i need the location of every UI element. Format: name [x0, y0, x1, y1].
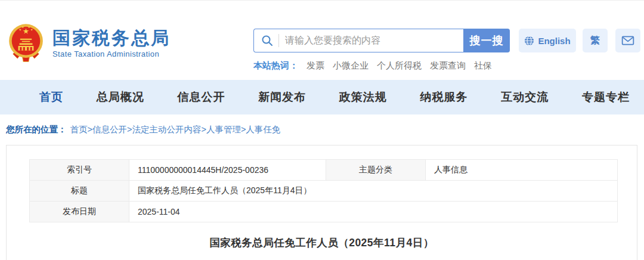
site-brand[interactable]: 国家税务总局 State Taxation Administration	[6, 23, 171, 63]
mail-button[interactable]	[615, 29, 640, 52]
search-area: 搜一搜	[253, 29, 510, 52]
index-number-value: 11100000000014445H/2025-00236	[129, 160, 326, 181]
breadcrumb-path[interactable]: 首页>信息公开>法定主动公开内容>人事管理>人事任免	[70, 125, 281, 134]
hot-word-invoice-query[interactable]: 发票查询	[430, 60, 466, 72]
globe-icon	[524, 36, 534, 46]
table-row: 发布日期 2025-11-04	[30, 202, 618, 222]
document-meta-table: 索引号 11100000000014445H/2025-00236 主题分类 人…	[29, 159, 618, 222]
nav-item-interaction[interactable]: 互动交流	[501, 89, 549, 105]
nav-item-policies[interactable]: 政策法规	[339, 89, 387, 105]
hot-word-invoice[interactable]: 发票	[306, 60, 324, 72]
table-row: 索引号 11100000000014445H/2025-00236 主题分类 人…	[30, 160, 618, 181]
breadcrumb-label: 您所在的位置：	[6, 125, 67, 134]
search-box	[253, 29, 463, 52]
search-icon	[261, 35, 273, 47]
topic-category-label: 主题分类	[326, 160, 426, 181]
title-value: 国家税务总局任免工作人员（2025年11月4日）	[129, 181, 618, 202]
search-divider	[278, 34, 279, 47]
table-row: 标题 国家税务总局任免工作人员（2025年11月4日）	[30, 181, 618, 202]
nav-item-tax-services[interactable]: 纳税服务	[420, 89, 468, 105]
search-button[interactable]: 搜一搜	[463, 29, 510, 52]
title-label: 标题	[30, 181, 129, 202]
publish-date-label: 发布日期	[30, 202, 129, 222]
breadcrumb: 您所在的位置：首页>信息公开>法定主动公开内容>人事管理>人事任免	[6, 124, 280, 135]
hot-word-income-tax[interactable]: 个人所得税	[377, 60, 422, 72]
nav-item-overview[interactable]: 总局概况	[97, 89, 144, 105]
hot-word-small-business[interactable]: 小微企业	[333, 60, 369, 72]
hot-words: 本站热词： 发票 小微企业 个人所得税 发票查询 社保	[253, 60, 492, 72]
main-nav: 首页 总局概况 信息公开 新闻发布 政策法规 纳税服务 互动交流 专题专栏	[0, 80, 644, 114]
hot-word-social-security[interactable]: 社保	[474, 60, 492, 72]
national-emblem-logo	[6, 23, 46, 63]
nav-item-news[interactable]: 新闻发布	[258, 89, 306, 105]
search-input[interactable]	[285, 29, 463, 52]
page: 国家税务总局 State Taxation Administration 搜一搜…	[0, 0, 644, 260]
traditional-chinese-button[interactable]: 繁	[583, 29, 608, 52]
english-button[interactable]: English	[519, 29, 576, 52]
content-panel: 索引号 11100000000014445H/2025-00236 主题分类 人…	[6, 145, 637, 260]
article-title: 国家税务总局任免工作人员（2025年11月4日）	[7, 236, 637, 250]
mail-icon	[621, 36, 634, 45]
site-title: 国家税务总局	[52, 28, 171, 48]
brand-text: 国家税务总局 State Taxation Administration	[52, 28, 171, 58]
publish-date-value: 2025-11-04	[129, 202, 618, 222]
topic-category-value: 人事信息	[426, 160, 618, 181]
nav-item-special-columns[interactable]: 专题专栏	[582, 89, 630, 105]
english-button-label: English	[538, 36, 570, 46]
hot-words-label: 本站热词：	[253, 60, 298, 72]
site-subtitle: State Taxation Administration	[52, 49, 171, 58]
nav-item-info-disclosure[interactable]: 信息公开	[177, 89, 225, 105]
nav-item-home[interactable]: 首页	[39, 89, 63, 105]
index-number-label: 索引号	[30, 160, 129, 181]
header-actions: English 繁	[519, 29, 640, 52]
